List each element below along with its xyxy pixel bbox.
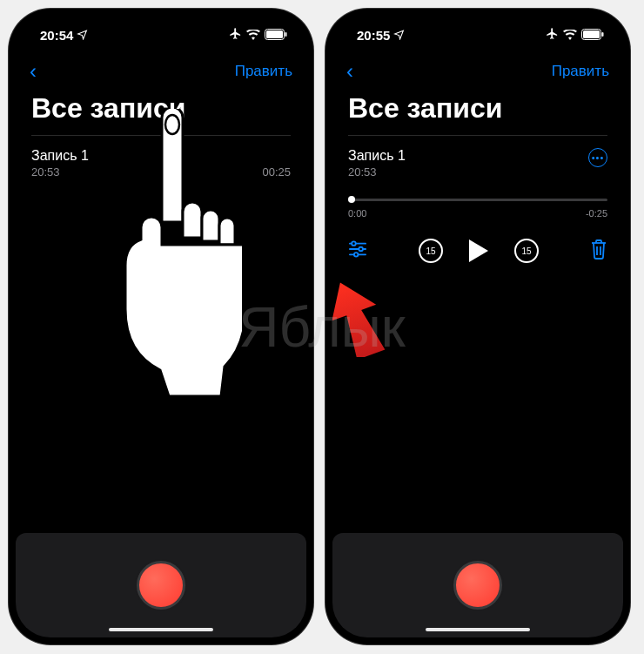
svg-rect-5 [583,30,600,38]
ellipsis-icon: ••• [592,152,605,163]
back-button[interactable]: ‹ [346,59,353,84]
playback-scrubber[interactable] [348,194,607,205]
recording-title: Запись 1 [31,148,291,164]
skip-forward-15-button[interactable]: 15 [514,239,539,263]
divider [348,135,607,136]
svg-rect-1 [266,30,283,38]
page-title: Все записи [16,89,306,135]
edit-button[interactable]: Править [235,63,292,80]
recording-title: Запись 1 [348,148,406,164]
status-time: 20:55 [357,28,390,43]
delete-button[interactable] [590,239,607,263]
remaining-time: -0:25 [586,208,607,219]
svg-rect-6 [602,32,604,37]
recording-time: 20:53 [348,165,406,179]
battery-icon [265,28,287,43]
elapsed-time: 0:00 [348,208,366,219]
screen-right: 20:55 ‹ Править Все записи [332,16,623,637]
svg-rect-2 [285,32,287,37]
location-icon [393,28,405,43]
record-toolbar [332,533,623,637]
play-button[interactable] [467,238,490,264]
recordings-list: Запись 1 20:53 ••• 0:00 -0:25 [332,135,623,533]
svg-point-12 [354,253,359,257]
phone-left: 20:54 ‹ Править Все записи [9,9,313,644]
nav-bar: ‹ Править [332,54,623,89]
playback-settings-button[interactable] [348,240,367,261]
phone-right: 20:55 ‹ Править Все записи [325,9,630,644]
edit-button[interactable]: Править [552,63,609,80]
more-options-button[interactable]: ••• [588,148,607,167]
home-indicator[interactable] [109,628,213,631]
record-button[interactable] [137,561,185,610]
record-toolbar [16,533,306,637]
skip-back-label: 15 [426,246,435,256]
divider [31,135,291,136]
scrubber-thumb[interactable] [348,196,355,203]
record-button[interactable] [453,561,502,610]
player-controls: 15 15 [348,238,607,264]
recordings-list: Запись 1 20:53 00:25 [16,135,306,533]
nav-bar: ‹ Править [16,54,306,89]
back-button[interactable]: ‹ [30,59,37,84]
battery-icon [581,28,604,43]
notch [96,16,226,38]
airplane-icon [229,27,242,43]
wifi-icon [563,28,577,43]
recording-time: 20:53 [31,165,60,179]
svg-point-8 [352,241,356,246]
airplane-icon [546,27,559,43]
svg-point-10 [359,247,363,252]
home-indicator[interactable] [426,628,530,631]
skip-back-15-button[interactable]: 15 [419,239,443,263]
recording-row-expanded: Запись 1 20:53 ••• 0:00 -0:25 [348,143,607,269]
wifi-icon [246,28,260,43]
page-title: Все записи [332,89,623,135]
notch [413,16,543,38]
skip-forward-label: 15 [521,246,531,256]
screen-left: 20:54 ‹ Править Все записи [16,16,306,637]
recording-duration: 00:25 [262,165,291,179]
status-time: 20:54 [40,28,73,43]
recording-row[interactable]: Запись 1 20:53 00:25 [31,143,291,184]
arrow-annotation [332,279,388,361]
location-icon [77,28,88,43]
scrubber-track [348,199,607,201]
